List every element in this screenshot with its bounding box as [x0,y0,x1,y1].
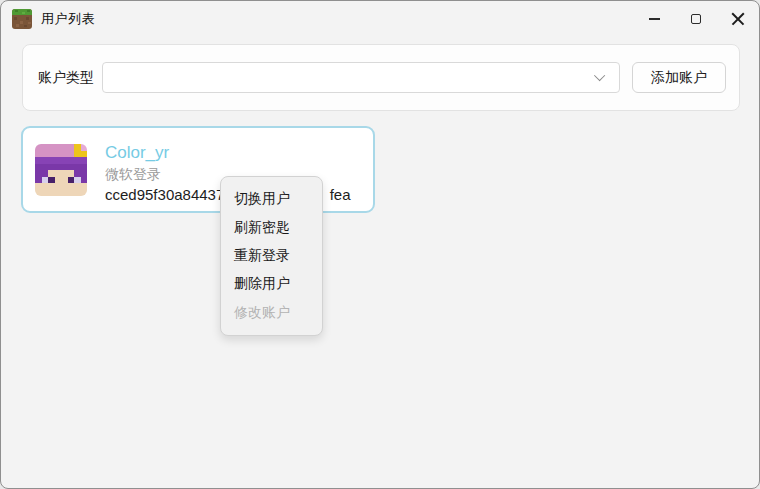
avatar [35,144,87,196]
context-menu: 切换用户刷新密匙重新登录删除用户修改账户 [220,176,323,336]
grass-block-icon [12,9,32,29]
account-username: Color_yr [105,142,367,163]
account-uuid-prefix: cced95f30a844377 [105,185,233,205]
minimize-button[interactable] [633,1,675,37]
account-uuid-suffix: fea [330,185,351,205]
add-account-button[interactable]: 添加账户 [632,62,726,93]
close-icon [731,12,745,26]
maximize-button[interactable] [675,1,717,37]
account-type-panel: 账户类型 添加账户 [22,44,740,111]
context-menu-item[interactable]: 删除用户 [221,270,322,298]
account-type-label: 账户类型 [38,69,102,87]
close-button[interactable] [717,1,759,37]
context-menu-item[interactable]: 重新登录 [221,242,322,270]
context-menu-item[interactable]: 刷新密匙 [221,213,322,241]
chevron-down-icon [594,70,605,81]
window-title: 用户列表 [41,10,95,28]
context-menu-item: 修改账户 [221,299,322,327]
account-type-select[interactable] [102,62,620,93]
title-bar: 用户列表 [1,1,759,37]
user-list-window: 用户列表 账户类型 添加账户 Color_yr 微软登录 cced95f30a8… [0,0,760,489]
context-menu-item[interactable]: 切换用户 [221,185,322,213]
maximize-icon [691,14,701,24]
minimize-icon [649,18,660,20]
